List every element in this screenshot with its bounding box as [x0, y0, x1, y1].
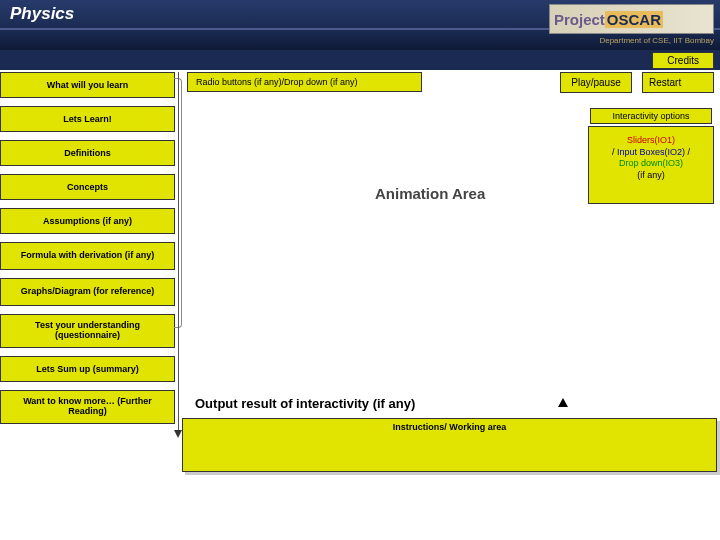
restart-button[interactable]: Restart — [642, 72, 714, 93]
arrow-down-icon — [174, 430, 182, 438]
sidebar-item-definitions[interactable]: Definitions — [0, 140, 175, 166]
sidebar-item-summary[interactable]: Lets Sum up (summary) — [0, 356, 175, 382]
top-controls: Radio buttons (if any)/Drop down (if any… — [187, 72, 714, 93]
sidebar: What will you learn Lets Learn! Definiti… — [0, 70, 175, 450]
header-bar: Physics ProjectOSCAR Department of CSE, … — [0, 0, 720, 50]
logo-text: ProjectOSCAR — [554, 11, 663, 28]
io2-inputs: Input Boxes(IO2) — [617, 147, 685, 157]
sidebar-item-concepts[interactable]: Concepts — [0, 174, 175, 200]
sidebar-item-formula[interactable]: Formula with derivation (if any) — [0, 242, 175, 270]
content-area: Radio buttons (if any)/Drop down (if any… — [175, 70, 720, 450]
credits-row: Credits — [0, 50, 720, 70]
project-oscar-logo: ProjectOSCAR — [549, 4, 714, 34]
credits-button[interactable]: Credits — [652, 52, 714, 69]
interactivity-options[interactable]: Sliders(IO1) / Input Boxes(IO2) / Drop d… — [588, 126, 714, 204]
instructions-bar: Instructions/ Working area — [182, 418, 717, 472]
io-tail: (if any) — [637, 170, 665, 180]
flow-line-icon — [178, 72, 179, 432]
io1-sliders: Sliders(IO1) — [627, 135, 675, 145]
sidebar-item-lets-learn[interactable]: Lets Learn! — [0, 106, 175, 132]
sidebar-item-assumptions[interactable]: Assumptions (if any) — [0, 208, 175, 234]
play-pause-button[interactable]: Play/pause — [560, 72, 632, 93]
triangle-up-icon — [558, 398, 568, 407]
radio-dropdown-box[interactable]: Radio buttons (if any)/Drop down (if any… — [187, 72, 422, 92]
sidebar-item-test[interactable]: Test your understanding (questionnaire) — [0, 314, 175, 348]
sidebar-item-more[interactable]: Want to know more… (Further Reading) — [0, 390, 175, 424]
sidebar-item-graphs[interactable]: Graphs/Diagram (for reference) — [0, 278, 175, 306]
interactivity-heading: Interactivity options — [590, 108, 712, 124]
logo-block: ProjectOSCAR Department of CSE, IIT Bomb… — [549, 4, 714, 45]
animation-area-label: Animation Area — [375, 185, 485, 202]
main-area: What will you learn Lets Learn! Definiti… — [0, 70, 720, 450]
logo-dept: Department of CSE, IIT Bombay — [599, 36, 714, 45]
output-result-label: Output result of interactivity (if any) — [195, 396, 415, 411]
io3-dropdown: Drop down(IO3) — [619, 158, 683, 168]
sidebar-item-what-learn[interactable]: What will you learn — [0, 72, 175, 98]
